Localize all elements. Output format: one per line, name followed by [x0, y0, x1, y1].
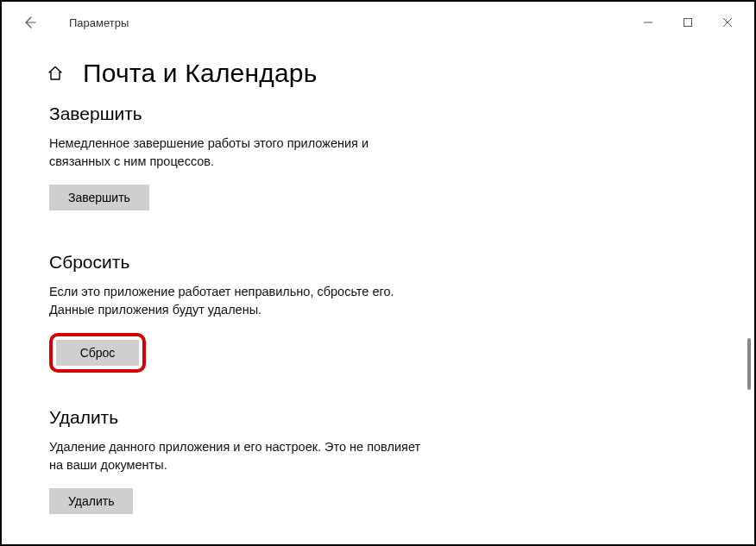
header-row: Почта и Календарь	[2, 43, 754, 98]
back-button[interactable]	[14, 7, 45, 38]
reset-heading: Сбросить	[49, 252, 720, 273]
terminate-desc: Немедленное завершение работы этого прил…	[49, 135, 429, 171]
close-icon	[722, 17, 733, 28]
reset-desc: Если это приложение работает неправильно…	[49, 283, 429, 319]
maximize-icon	[683, 17, 693, 28]
reset-button[interactable]: Сброс	[56, 340, 139, 366]
section-terminate: Завершить Немедленное завершение работы …	[49, 104, 720, 210]
svg-rect-1	[684, 19, 692, 27]
uninstall-desc: Удаление данного приложения и его настро…	[49, 438, 429, 474]
back-arrow-icon	[22, 16, 36, 29]
home-button[interactable]	[45, 63, 66, 84]
terminate-heading: Завершить	[49, 104, 720, 124]
reset-highlight-frame: Сброс	[49, 333, 146, 373]
titlebar: Параметры	[2, 2, 754, 43]
window-title: Параметры	[69, 16, 129, 29]
close-button[interactable]	[708, 9, 747, 36]
page-title: Почта и Календарь	[83, 59, 318, 88]
terminate-button[interactable]: Завершить	[49, 185, 149, 210]
minimize-button[interactable]	[628, 9, 668, 36]
uninstall-button[interactable]: Удалить	[49, 488, 133, 514]
home-icon	[47, 65, 64, 82]
uninstall-heading: Удалить	[49, 407, 720, 428]
scrollbar-thumb[interactable]	[747, 338, 751, 390]
window-controls	[628, 9, 747, 36]
section-reset: Сбросить Если это приложение работает не…	[49, 252, 720, 373]
minimize-icon	[643, 17, 653, 28]
content-area: Завершить Немедленное завершение работы …	[2, 104, 754, 514]
section-uninstall: Удалить Удаление данного приложения и ег…	[49, 407, 720, 514]
maximize-button[interactable]	[668, 9, 708, 36]
